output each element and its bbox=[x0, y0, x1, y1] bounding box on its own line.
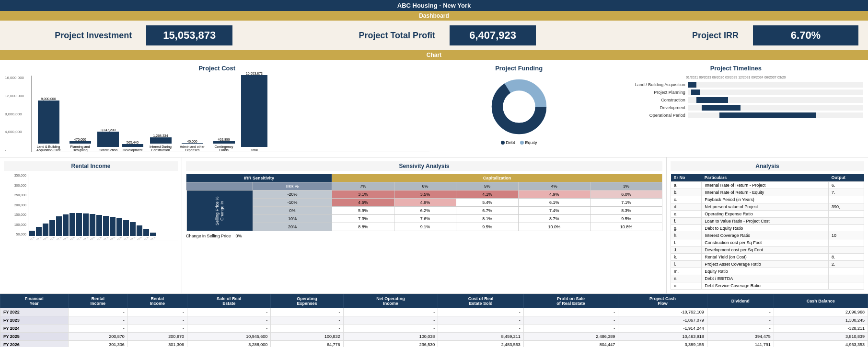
rb-10 bbox=[90, 214, 95, 236]
fin-header-profit-re: Profit on Saleof Real Estate bbox=[523, 294, 618, 308]
bar-group-8: 15,053,873 Total bbox=[241, 72, 267, 152]
fin-noi-2023: - bbox=[343, 316, 438, 325]
ry-2: 300,000 bbox=[4, 184, 26, 187]
val-1-4: 4.9% bbox=[518, 190, 590, 199]
val-1-2: 3.5% bbox=[394, 190, 456, 199]
bar-group-2: 470,000 Planning and Designing bbox=[66, 138, 94, 152]
project-cost-chart: Project Cost 16,000,000 12,000,000 8,000… bbox=[5, 65, 429, 152]
val-b: 7. bbox=[828, 189, 864, 196]
fin-noi-2025: 100,038 bbox=[343, 333, 438, 341]
fin-header-cost-re: Cost of RealEstate Sold bbox=[438, 294, 524, 308]
label-i: Construction cost per Sq Foot bbox=[702, 239, 829, 246]
val-2-3: 5.4% bbox=[456, 199, 519, 207]
fin-sale-2026: 3,288,000 bbox=[187, 341, 270, 347]
label-d: Net present value of Project bbox=[702, 203, 829, 211]
fin-opex-2025: 100,832 bbox=[271, 333, 343, 341]
val-1-5: 6.0% bbox=[590, 190, 662, 199]
bar-group-6: 40,000 Admin and other Expenses bbox=[178, 140, 207, 152]
ry-5: 150,000 bbox=[4, 213, 26, 216]
gantt-row-operational: Operational Period bbox=[609, 112, 863, 118]
sens-row-5: 20% 8.8% 9.1% 9.5% 10.0% 10.8% bbox=[186, 223, 662, 231]
analysis-row-c: c. Payback Period (in Years) bbox=[671, 196, 864, 203]
gantt-bar-area-construction bbox=[688, 97, 863, 103]
gantt-bar-area-planning bbox=[688, 90, 863, 95]
val-3-5: 8.3% bbox=[590, 207, 662, 215]
rx-1: FY 2022 bbox=[29, 237, 35, 240]
ry-6: 100,000 bbox=[4, 223, 26, 226]
val-3-1: 5.9% bbox=[332, 207, 394, 215]
fin-sale-2022: - bbox=[187, 308, 270, 316]
bar-3 bbox=[97, 132, 119, 147]
donut-legend: Debt Equity bbox=[501, 140, 537, 145]
val-f bbox=[828, 218, 864, 225]
gantt-label-development: Development bbox=[609, 105, 685, 110]
y-axis-label-4: 4,000,000 bbox=[5, 130, 24, 134]
analysis-header-output: Output bbox=[828, 174, 864, 182]
rb-8 bbox=[76, 213, 82, 236]
fin-r2-2022: - bbox=[127, 308, 187, 316]
equity-label: Equity bbox=[508, 101, 521, 106]
fin-profit-2026: 804,447 bbox=[523, 341, 618, 347]
val-5-3: 9.5% bbox=[456, 223, 519, 231]
rx-13: FY 2034 bbox=[110, 237, 116, 240]
val-o bbox=[828, 282, 864, 290]
fin-div-2023: - bbox=[707, 316, 774, 325]
ry-3: 250,000 bbox=[4, 193, 26, 197]
cap-4: 4% bbox=[518, 182, 590, 190]
change-label: Change inSelling Price % bbox=[186, 190, 253, 231]
label-g: Debt to Equity Ratio bbox=[702, 225, 829, 232]
gantt-bar-planning bbox=[691, 90, 700, 95]
fin-div-2025: 394,475 bbox=[707, 333, 774, 341]
bar-group-7: 462,899 Contingency Funds bbox=[209, 138, 238, 152]
fin-row-2024: FY 2024 - - - - - - - -1,914,244 - -328,… bbox=[0, 325, 868, 333]
rb-12 bbox=[103, 216, 109, 236]
sr-n: n. bbox=[671, 275, 702, 282]
fin-opex-2022: - bbox=[271, 308, 343, 316]
debt-pct: 66% bbox=[523, 111, 532, 116]
legend-debt: Debt bbox=[501, 140, 515, 145]
rx-15: FY 2036 bbox=[123, 237, 129, 240]
pct-neg20: -20% bbox=[253, 190, 332, 199]
bar-value-4: 565,440 bbox=[127, 141, 139, 144]
sensitivity-table: IRR Sensitivity Capitalization IRR % 7% … bbox=[186, 174, 662, 231]
kpi-irr-label: Project IRR bbox=[616, 31, 743, 41]
equity-legend-label: Equity bbox=[525, 140, 537, 145]
rb-15 bbox=[123, 220, 129, 236]
fin-header-sale-re: Sale of RealEstate bbox=[187, 294, 270, 308]
bar-4 bbox=[122, 144, 143, 147]
analysis-header-particulars: Particulars bbox=[702, 174, 829, 182]
sr-a: a. bbox=[671, 182, 702, 189]
fin-year-2023: FY 2023 bbox=[0, 316, 69, 325]
fin-div-2026: 141,791 bbox=[707, 341, 774, 347]
analysis-row-e: e. Operating Expense Ratio bbox=[671, 211, 864, 218]
financial-section: FinancialYear RentalIncome RentalIncome … bbox=[0, 293, 868, 347]
fin-header-rental2: RentalIncome bbox=[127, 294, 187, 308]
fin-r2-2023: - bbox=[127, 316, 187, 325]
irr-sensitivity-header: IRR Sensitivity bbox=[186, 174, 332, 182]
rental-income-section: Rental Income 350,000 300,000 250,000 20… bbox=[0, 157, 182, 293]
bar-label-1: Land & Building Acquisition Cost bbox=[34, 145, 63, 152]
val-c bbox=[828, 196, 864, 203]
bar-label-2: Planning and Designing bbox=[66, 145, 94, 152]
val-e bbox=[828, 211, 864, 218]
gantt-label-construction: Construction bbox=[609, 98, 685, 102]
val-d: 390, bbox=[828, 203, 864, 211]
rx-5: FY 2026 bbox=[56, 237, 62, 240]
fin-header-cash-bal: Cash Balance bbox=[774, 294, 868, 308]
ry-4: 200,000 bbox=[4, 203, 26, 207]
fin-cost-2024: - bbox=[438, 325, 524, 333]
project-cost-title: Project Cost bbox=[5, 65, 429, 72]
val-4-3: 8.1% bbox=[456, 215, 519, 223]
empty-header bbox=[186, 182, 253, 190]
bar-value-1: 9,000,000 bbox=[41, 97, 56, 101]
val-1-3: 4.1% bbox=[456, 190, 519, 199]
analysis-row-j: J. Development cost per Sq Foot bbox=[671, 246, 864, 254]
sr-i: I. bbox=[671, 239, 702, 246]
donut-svg: Equity 34% Debt 66% bbox=[488, 76, 550, 138]
fin-header-noi: Net OperatingIncome bbox=[343, 294, 438, 308]
fin-year-2024: FY 2024 bbox=[0, 325, 69, 333]
val-5-5: 10.8% bbox=[590, 223, 662, 231]
pct-20: 20% bbox=[253, 223, 332, 231]
rb-17 bbox=[137, 225, 142, 236]
kpi-row: Project Investment 15,053,873 Project To… bbox=[0, 21, 868, 50]
